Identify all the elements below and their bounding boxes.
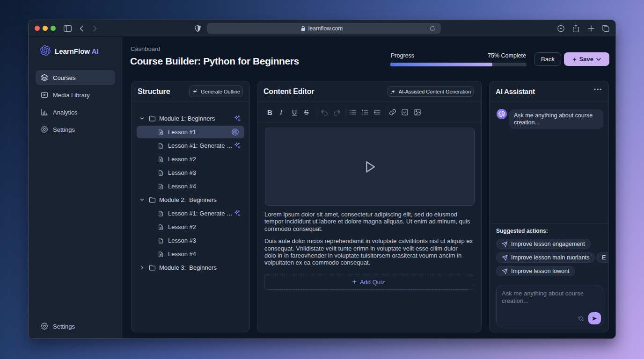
svg-text:AI: AI (238, 119, 241, 122)
svg-text:AI: AI (238, 214, 241, 216)
svg-text:AI: AI (238, 146, 241, 149)
